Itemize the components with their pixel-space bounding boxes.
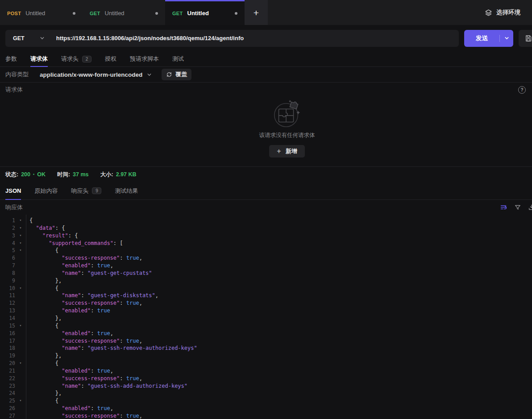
- tab-label: 参数: [5, 55, 17, 63]
- response-status-bar: 状态: 200 • OK 时间: 37 ms 大小: 2.97 KB: [0, 166, 532, 182]
- line-number: 15: [0, 322, 15, 330]
- method-select[interactable]: GET: [5, 35, 45, 41]
- send-button[interactable]: 发送: [464, 30, 513, 47]
- tab-label: 测试结果: [115, 187, 138, 195]
- send-dropdown[interactable]: [500, 36, 513, 41]
- content-type-select[interactable]: application/x-www-form-urlencoded: [40, 71, 152, 78]
- tab-headers[interactable]: 请求头2: [61, 51, 91, 66]
- token-p: : [: [113, 240, 123, 246]
- tab-json[interactable]: JSON: [5, 182, 21, 199]
- line-content: {: [29, 360, 58, 367]
- tab-label: 原始内容: [34, 187, 58, 195]
- add-body-button[interactable]: + 新增: [269, 145, 304, 158]
- tab-body[interactable]: 请求体: [30, 51, 48, 66]
- code-line: 18 "name": "guest-ssh-remove-authorized-…: [0, 344, 532, 352]
- token-k: "success-response": [62, 375, 120, 382]
- tab-tests[interactable]: 测试: [172, 51, 184, 66]
- code-line: 20▾ {: [0, 360, 532, 367]
- tab-params[interactable]: 参数: [5, 51, 17, 66]
- code-line: 2▾ "data": {: [0, 224, 532, 232]
- fold-icon: [15, 390, 26, 397]
- tab-strip: POSTUntitledGETUntitledGETUntitled: [0, 0, 245, 25]
- filter-icon[interactable]: [514, 204, 521, 211]
- token-k: "enabled": [62, 368, 91, 374]
- fold-icon[interactable]: ▾: [15, 247, 26, 254]
- editor-tab-2[interactable]: GETUntitled: [83, 0, 165, 25]
- line-number: 12: [0, 299, 15, 307]
- token-s: "guest-ssh-add-authorized-keys": [87, 383, 187, 389]
- help-icon[interactable]: ?: [518, 86, 526, 94]
- tab-auth[interactable]: 授权: [105, 51, 116, 66]
- format-response-icon[interactable]: [500, 203, 507, 211]
- fold-icon[interactable]: ▾: [15, 224, 26, 232]
- token-k: "name": [62, 383, 81, 389]
- fold-icon[interactable]: ▾: [15, 360, 26, 367]
- token-p: :: [91, 307, 97, 314]
- line-content: "enabled": true: [29, 307, 110, 315]
- line-content: "name": "guest-get-diskstats",: [29, 292, 158, 299]
- code-line: 16 "enabled": true,: [0, 330, 532, 337]
- line-content: {: [29, 217, 33, 224]
- download-icon[interactable]: [528, 204, 532, 211]
- environment-selector[interactable]: 选择环境: [485, 0, 532, 25]
- tab-test-results[interactable]: 测试结果: [115, 182, 138, 199]
- save-button[interactable]: [519, 30, 532, 47]
- tab-headers[interactable]: 响应头9: [71, 182, 101, 199]
- editor-tab-bar: POSTUntitledGETUntitledGETUntitled + 选择环…: [0, 0, 532, 25]
- response-body-label: 响应体: [5, 203, 23, 212]
- editor-tab-1[interactable]: POSTUntitled: [0, 0, 83, 25]
- chevron-down-icon: [40, 36, 45, 41]
- code-line: 3▾ "result": {: [0, 232, 532, 240]
- fold-icon[interactable]: ▾: [15, 232, 26, 240]
- line-number: 24: [0, 390, 15, 397]
- code-line: 11 "name": "guest-get-diskstats",: [0, 292, 532, 299]
- tab-label: JSON: [5, 187, 21, 194]
- line-number: 6: [0, 254, 15, 262]
- token-k: "enabled": [62, 307, 91, 314]
- response-code[interactable]: 1▾{2▾ "data": {3▾ "result": {4▾ "support…: [0, 215, 532, 419]
- unsaved-dot-icon: [155, 12, 158, 15]
- fold-icon[interactable]: ▾: [15, 322, 26, 330]
- line-number: 22: [0, 375, 15, 382]
- tab-pre-script[interactable]: 预请求脚本: [130, 51, 159, 66]
- token-p: ,: [139, 338, 142, 344]
- line-number: 13: [0, 307, 15, 315]
- line-content: "success-response": true,: [29, 299, 142, 307]
- time-label: 时间:: [57, 171, 70, 178]
- line-number: 21: [0, 367, 15, 375]
- line-content: "success-response": true,: [29, 375, 142, 382]
- fold-icon[interactable]: ▾: [15, 240, 26, 247]
- token-k: "success-response": [62, 255, 120, 261]
- line-number: 18: [0, 344, 15, 352]
- new-tab-button[interactable]: +: [245, 0, 268, 25]
- tab-raw[interactable]: 原始内容: [34, 182, 58, 199]
- line-number: 11: [0, 292, 15, 299]
- line-content: "data": {: [29, 224, 65, 232]
- line-content: {: [29, 285, 58, 292]
- token-p: :: [120, 300, 126, 306]
- fold-icon: [15, 315, 26, 322]
- line-number: 25: [0, 397, 15, 405]
- fold-icon[interactable]: ▾: [15, 217, 26, 224]
- request-tabs: 参数请求体请求头2授权预请求脚本测试: [0, 51, 532, 67]
- token-p: :: [120, 338, 126, 344]
- fold-icon: [15, 337, 26, 345]
- code-line: 6 "success-response": true,: [0, 254, 532, 262]
- code-line: 4▾ "supported_commands": [: [0, 240, 532, 247]
- fold-icon[interactable]: ▾: [15, 397, 26, 405]
- editor-tab-3[interactable]: GETUntitled: [165, 0, 245, 25]
- url-row: GET 发送: [0, 25, 532, 51]
- code-line: 8 "name": "guest-get-cpustats": [0, 270, 532, 277]
- line-content: },: [29, 315, 62, 322]
- line-number: 7: [0, 262, 15, 270]
- token-p: },: [55, 353, 62, 359]
- add-body-label: 新增: [286, 147, 297, 155]
- fold-icon[interactable]: ▾: [15, 285, 26, 292]
- override-button[interactable]: 覆盖: [162, 69, 191, 80]
- code-line: 15▾ {: [0, 322, 532, 330]
- code-line: 24 },: [0, 390, 532, 397]
- line-content: "name": "guest-get-cpustats": [29, 270, 152, 277]
- url-input[interactable]: [55, 34, 459, 42]
- line-content: "success-response": true,: [29, 337, 142, 345]
- status-group: 状态: 200 • OK: [5, 171, 46, 178]
